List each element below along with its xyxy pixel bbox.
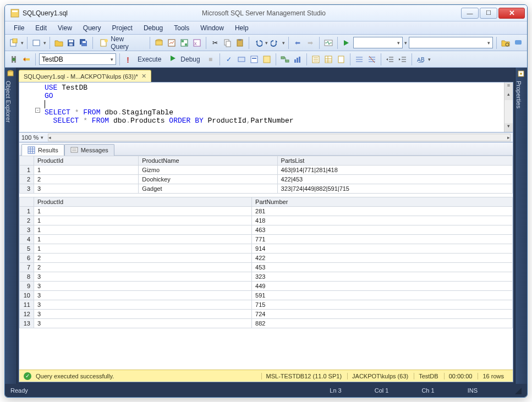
messages-tab[interactable]: Messages [64,144,114,156]
comment-out-icon[interactable] [354,54,365,65]
close-button[interactable]: ✕ [498,8,525,19]
scroll-down-icon[interactable]: ▾ [504,123,513,132]
menu-help[interactable]: Help [229,23,254,34]
menu-edit[interactable]: Edit [30,23,52,34]
save-icon[interactable] [66,37,77,48]
table-row[interactable]: 41771 [20,235,513,244]
menu-query[interactable]: Query [78,23,107,34]
grid-row-header[interactable]: 10 [20,291,34,300]
dropdown-caret-icon[interactable]: ▾ [282,40,285,46]
parse-icon[interactable]: ✓ [223,54,234,65]
grid-cell[interactable]: 323|724|449|882|591|715 [277,184,512,194]
menu-debug[interactable]: Debug [138,23,168,34]
table-row[interactable]: 22Doohickey422|453 [20,175,513,184]
copy-icon[interactable] [222,37,233,48]
grid-cell[interactable]: 449 [252,282,513,291]
solution-config-dropdown[interactable]: ▾ [353,37,402,48]
comment-icon[interactable] [513,37,524,48]
results-text-icon[interactable] [310,54,321,65]
table-row[interactable]: 33Gadget323|724|449|882|591|715 [20,184,513,194]
grid-column-header[interactable]: PartsList [277,156,512,166]
grid-cell[interactable]: 724 [252,310,513,319]
menu-file[interactable]: File [8,23,30,34]
results-grid-2[interactable]: ProductIdPartNumber112812141831463417715… [19,197,513,328]
grid-row-header[interactable]: 9 [20,282,34,291]
debug-button[interactable]: Debug [166,54,203,65]
dropdown-caret-icon[interactable]: ▾ [404,40,407,46]
editor-code[interactable]: USE TestDB GO SELECT * FROM dbo.StagingT… [42,82,504,132]
table-row[interactable]: 72453 [20,263,513,272]
grid-cell[interactable]: 463|914|771|281|418 [277,166,512,175]
grid-row-header[interactable]: 5 [20,244,34,254]
results-file-icon[interactable] [336,54,347,65]
table-row[interactable]: 11281 [20,207,513,216]
grid-cell[interactable]: 715 [252,300,513,310]
document-tab[interactable]: SQLQuery1.sql - M...ACKPOT\kulps (63))* … [19,70,151,82]
grid-row-header[interactable]: 2 [20,175,34,184]
grid-cell[interactable]: 463 [252,225,513,235]
menu-tools[interactable]: Tools [168,23,195,34]
grid-cell[interactable]: 2 [34,175,139,184]
results-tab[interactable]: Results [21,144,64,156]
grid-cell[interactable]: 3 [34,272,252,282]
start-icon[interactable] [341,37,352,48]
grid-column-header[interactable]: ProductId [34,156,139,166]
grid-row-header[interactable]: 1 [20,207,34,216]
grid-row-header[interactable]: 2 [20,216,34,225]
grid-cell[interactable]: 1 [34,216,252,225]
table-row[interactable]: 113715 [20,300,513,310]
outline-collapse-icon[interactable]: - [35,108,40,113]
object-explorer-panel[interactable]: Object Explorer [5,68,17,384]
cut-icon[interactable]: ✂ [210,37,221,48]
table-row[interactable]: 83323 [20,272,513,282]
grid-row-header[interactable]: 13 [20,319,34,328]
grid-cell[interactable]: 1 [34,244,252,254]
results-grid-1[interactable]: ProductIdProductNamePartsList11Gizmo463|… [19,156,513,194]
grid-cell[interactable]: 323 [252,272,513,282]
grid-row-header[interactable]: 3 [20,184,34,194]
grid-cell[interactable]: 3 [34,282,252,291]
grid-cell[interactable]: 2 [34,254,252,263]
table-row[interactable]: 11Gizmo463|914|771|281|418 [20,166,513,175]
grid-cell[interactable]: 1 [34,225,252,235]
nav-forward-icon[interactable]: ➡ [305,37,316,48]
undo-icon[interactable] [253,37,264,48]
dropdown-caret-icon[interactable]: ▾ [43,40,46,46]
redo-icon[interactable] [270,37,281,48]
find-dropdown[interactable]: ▾ [409,37,493,48]
grid-column-header[interactable]: PartNumber [252,197,513,207]
grid-row-header[interactable]: 1 [20,166,34,175]
activity-monitor-icon[interactable] [323,37,334,48]
connect-icon[interactable] [8,54,19,65]
paste-icon[interactable] [235,37,246,48]
decrease-indent-icon[interactable] [385,54,396,65]
grid-cell[interactable]: 1 [34,207,252,216]
grid-column-header[interactable]: ProductId [34,197,252,207]
change-connection-icon[interactable] [21,54,32,65]
grid-cell[interactable]: 3 [34,300,252,310]
grid-cell[interactable]: 2 [34,263,252,272]
table-row[interactable]: 133882 [20,319,513,328]
grid-cell[interactable]: 914 [252,244,513,254]
results-grid-icon[interactable] [323,54,334,65]
uncomment-icon[interactable] [366,54,377,65]
grid-cell[interactable]: 1 [34,235,252,244]
nav-back-icon[interactable]: ⬅ [292,37,303,48]
grid-cell[interactable]: 422 [252,254,513,263]
maximize-button[interactable]: ☐ [480,8,497,19]
minimize-button[interactable]: — [461,8,479,19]
grid-cell[interactable]: 453 [252,263,513,272]
title-bar[interactable]: SQLQuery1.sql Microsoft SQL Server Manag… [5,5,527,21]
xmla-query-icon[interactable]: x [191,37,202,48]
grid-cell[interactable]: 418 [252,216,513,225]
grid-cell[interactable]: 3 [34,319,252,328]
grid-row-header[interactable]: 6 [20,254,34,263]
grid-cell[interactable]: Gadget [139,184,277,194]
specify-values-icon[interactable]: A͟B [415,54,426,65]
table-row[interactable]: 62422 [20,254,513,263]
execute-button[interactable]: ! Execute [123,54,164,65]
grid-row-header[interactable]: 3 [20,225,34,235]
scroll-up-icon[interactable]: ▴ [504,91,513,100]
grid-cell[interactable]: 3 [34,184,139,194]
grid-row-header[interactable]: 7 [20,263,34,272]
